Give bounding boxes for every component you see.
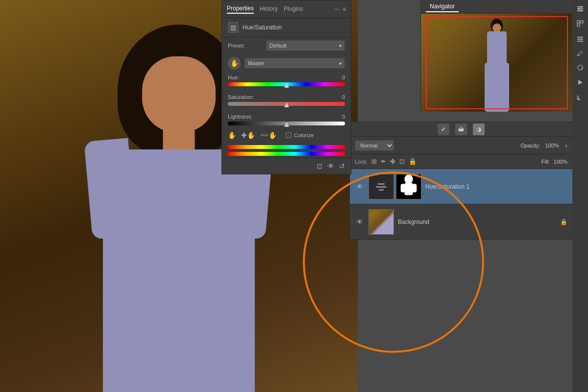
fill-value: 100% (554, 159, 567, 165)
picker-add-icon[interactable]: ✚✋ (241, 131, 255, 139)
tab-properties[interactable]: Properties (227, 5, 254, 14)
hue-slider-track[interactable] (228, 82, 345, 86)
hand-tool-icon[interactable]: ✋ (228, 57, 241, 70)
navigator-preview (421, 14, 572, 112)
layer-name-hue-saturation: Hue/Saturation 1 (425, 183, 469, 190)
channel-dropdown[interactable]: Master ▾ (245, 58, 345, 69)
svg-rect-25 (577, 41, 583, 42)
lightness-value: 0 (330, 114, 345, 120)
layer-tab-adjustment[interactable]: 🏔 (455, 123, 467, 135)
layers-lock-bar: Lock: ⊞ ✒ ✤ ⊡ 🔒 Fill: 100% (350, 154, 572, 169)
layer-bg-visibility-toggle[interactable]: 👁 (355, 217, 365, 227)
saturation-label: Saturation: (228, 94, 254, 100)
svg-rect-7 (401, 184, 406, 192)
layers-toolbar: Normal Multiply Screen Opacity: 100% › (350, 137, 572, 154)
svg-rect-13 (230, 29, 236, 30)
lock-brush-icon[interactable]: ✒ (381, 158, 386, 165)
lock-move-icon[interactable]: ✤ (390, 158, 395, 165)
svg-point-17 (578, 6, 580, 8)
tool-properties[interactable] (574, 2, 587, 15)
svg-rect-21 (581, 21, 583, 23)
colorize-label: Colorize (294, 132, 314, 138)
preset-row: Preset: Default ▾ (222, 37, 351, 54)
right-sidebar (572, 0, 588, 392)
lightness-slider-thumb[interactable] (284, 120, 289, 127)
layer-tab-pixel[interactable]: ✔ (438, 123, 449, 135)
reset-icon[interactable]: ↺ (339, 162, 345, 170)
layer-thumb-mask: ☞ (396, 174, 421, 199)
view-visibility-icon[interactable]: 👁 (327, 162, 334, 170)
tool-play[interactable] (574, 76, 587, 89)
lightness-slider-track[interactable] (228, 122, 345, 125)
layer-type-tabs: ✔ 🏔 ◑ (349, 122, 572, 136)
svg-rect-24 (577, 39, 583, 40)
svg-rect-23 (577, 37, 583, 38)
svg-point-28 (580, 65, 581, 66)
preset-label: Preset: (228, 43, 262, 49)
hue-value: 0 (330, 74, 345, 80)
properties-title: Hue/Saturation (243, 24, 282, 31)
layer-visibility-toggle[interactable]: 👁 (355, 182, 365, 192)
colorize-checkbox[interactable] (286, 132, 292, 138)
svg-point-5 (404, 174, 413, 184)
saturation-slider-thumb[interactable] (284, 100, 289, 107)
saturation-slider-track[interactable] (228, 102, 345, 106)
saturation-value: 0 (330, 94, 345, 100)
picker-hand-icon[interactable]: ✋ (228, 131, 236, 139)
tool-palette[interactable] (574, 61, 587, 74)
tab-plugins[interactable]: Plugins (284, 5, 303, 13)
tool-brush[interactable] (574, 47, 587, 59)
svg-rect-16 (577, 10, 583, 11)
picker-subtract-icon[interactable]: ➖✋ (260, 131, 277, 139)
svg-rect-15 (577, 8, 583, 9)
tab-navigator[interactable]: Navigator (426, 1, 459, 12)
layer-name-background: Background (398, 219, 429, 225)
opacity-value: 100% (544, 143, 559, 148)
panel-expand-icon[interactable]: ⋯ (334, 6, 340, 13)
layer-tab-mask[interactable]: ◑ (473, 123, 485, 135)
tool-select[interactable] (574, 17, 587, 30)
blend-mode-select[interactable]: Normal Multiply Screen (355, 140, 394, 151)
svg-rect-33 (577, 97, 579, 99)
channel-row: ✋ Master ▾ (222, 54, 351, 73)
saturation-slider-row: Saturation: 0 (222, 92, 351, 107)
tab-history[interactable]: History (260, 5, 278, 13)
svg-marker-31 (578, 80, 583, 85)
layer-item-background[interactable]: 👁 Background 🔒 (350, 204, 572, 240)
lock-artboard-icon[interactable]: ⊡ (399, 158, 405, 165)
svg-point-18 (581, 8, 582, 10)
preset-dropdown-arrow: ▾ (339, 43, 342, 49)
tool-layers[interactable] (574, 32, 587, 45)
svg-rect-1 (378, 183, 385, 185)
panel-collapse-icon[interactable]: ≡ (343, 6, 346, 13)
properties-header: Hue/Saturation (222, 18, 351, 37)
lightness-label: Lightness: (228, 114, 252, 120)
svg-point-34 (577, 96, 578, 97)
lock-pixel-icon[interactable]: ⊞ (371, 158, 377, 165)
svg-rect-6 (404, 183, 413, 195)
svg-rect-12 (230, 27, 236, 28)
lock-label: Lock: (355, 159, 368, 165)
color-spectrum-bottom (228, 152, 345, 156)
opacity-label: Opacity: (520, 143, 540, 148)
layer-item-hue-saturation[interactable]: 👁 ☞ (350, 169, 572, 204)
svg-rect-2 (376, 186, 387, 188)
lightness-slider-row: Lightness: 0 (222, 112, 351, 126)
properties-footer: ⊡ 👁 ↺ (222, 158, 351, 174)
channel-value: Master (248, 60, 265, 66)
hue-slider-thumb[interactable] (284, 81, 289, 88)
tool-info[interactable] (574, 91, 587, 103)
svg-rect-20 (577, 21, 580, 23)
lock-all-icon[interactable]: 🔒 (409, 158, 416, 165)
svg-rect-22 (577, 24, 580, 26)
adjustment-layer-icon (228, 22, 239, 33)
fill-label: Fill: (541, 159, 550, 165)
layer-lock-icon: 🔒 (560, 219, 567, 225)
opacity-arrow[interactable]: › (565, 141, 567, 150)
navigator-tab-bar: Navigator (421, 0, 572, 14)
clip-to-layer-icon[interactable]: ⊡ (317, 162, 322, 170)
svg-point-29 (582, 68, 583, 69)
picker-colorize-row: ✋ ✚✋ ➖✋ Colorize (222, 126, 351, 141)
preset-dropdown[interactable]: Default ▾ (266, 40, 345, 51)
svg-rect-11 (230, 25, 236, 26)
